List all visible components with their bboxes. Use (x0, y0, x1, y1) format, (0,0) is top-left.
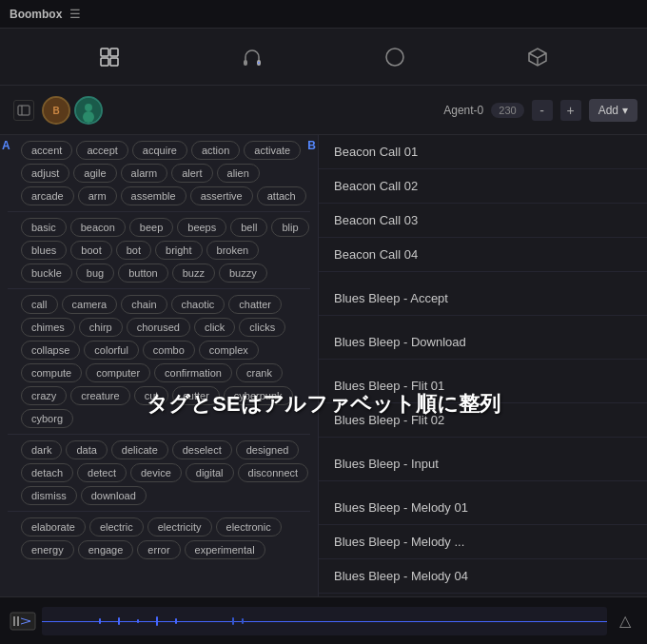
tag-bot[interactable]: bot (116, 241, 151, 260)
sound-item[interactable]: Beacon Call 01 (319, 135, 647, 169)
tag-dark[interactable]: dark (21, 440, 62, 459)
tag-alert[interactable]: alert (171, 164, 212, 183)
tag-electronic[interactable]: electronic (216, 517, 282, 537)
tag-experimental[interactable]: experimental (185, 540, 265, 559)
plus-button[interactable]: + (560, 100, 581, 121)
tag-crank[interactable]: crank (236, 363, 283, 382)
tag-chain[interactable]: chain (121, 295, 167, 314)
tag-boot[interactable]: boot (70, 241, 111, 260)
grid-nav-icon[interactable] (92, 40, 127, 74)
tag-disconnect[interactable]: disconnect (238, 463, 309, 482)
tag-bug[interactable]: bug (76, 263, 114, 283)
tag-chatter[interactable]: chatter (228, 295, 282, 314)
tag-error[interactable]: error (137, 540, 180, 559)
tag-detach[interactable]: detach (21, 463, 73, 482)
add-button[interactable]: Add ▾ (589, 99, 637, 122)
waveform-area[interactable] (42, 607, 607, 635)
tag-cyborg[interactable]: cyborg (21, 409, 73, 428)
tag-delicate[interactable]: delicate (111, 440, 168, 459)
tag-assemble[interactable]: assemble (121, 186, 186, 205)
tag-accept[interactable]: accept (76, 141, 127, 160)
tag-energy[interactable]: energy (21, 540, 74, 559)
tag-cyberpunk[interactable]: cyberpunk (224, 386, 293, 405)
tag-deselect[interactable]: deselect (172, 440, 232, 459)
tag-bell[interactable]: bell (230, 218, 267, 237)
sound-item[interactable]: Blues Bleep - Melody 01 (319, 491, 647, 525)
sound-item[interactable]: Blues Bleep - Melody 04 (319, 559, 647, 594)
tag-camera[interactable]: camera (62, 295, 118, 314)
tag-chimes[interactable]: chimes (21, 318, 75, 337)
sound-item[interactable]: Beacon Call 03 (319, 204, 647, 238)
tag-crazy[interactable]: crazy (21, 386, 67, 405)
box-nav-icon[interactable] (520, 40, 555, 74)
tag-computer[interactable]: computer (86, 363, 150, 382)
tag-call[interactable]: call (21, 295, 58, 314)
tag-buzz[interactable]: buzz (172, 263, 215, 283)
sidebar-toggle[interactable] (13, 100, 34, 121)
sound-item[interactable]: Beacon Call 04 (319, 238, 647, 272)
tag-buckle[interactable]: buckle (21, 263, 72, 283)
triangle-button[interactable]: △ (613, 609, 637, 634)
tag-colorful[interactable]: colorful (84, 341, 138, 360)
tag-detect[interactable]: detect (77, 463, 127, 482)
sound-item[interactable]: Beacon Call 02 (319, 169, 647, 204)
tag-buzzy[interactable]: buzzy (219, 263, 267, 283)
sound-item[interactable]: Blues Bleep - Input (319, 447, 647, 481)
tag-blip[interactable]: blip (271, 218, 308, 237)
tag-alien[interactable]: alien (217, 164, 260, 183)
circle-nav-icon[interactable] (378, 40, 412, 74)
tag-elaborate[interactable]: elaborate (21, 517, 86, 537)
tag-attach[interactable]: attach (257, 186, 306, 205)
tag-creature[interactable]: creature (70, 386, 129, 405)
tag-accent[interactable]: accent (21, 141, 72, 160)
tag-complex[interactable]: complex (199, 341, 259, 360)
tag-adjust[interactable]: adjust (21, 164, 69, 183)
tag-collapse[interactable]: collapse (21, 341, 80, 360)
tag-cut[interactable]: cut (134, 386, 169, 405)
tag-chirp[interactable]: chirp (79, 318, 123, 337)
minus-button[interactable]: - (532, 100, 553, 121)
avatar-2[interactable] (74, 96, 103, 125)
tag-confirmation[interactable]: confirmation (154, 363, 232, 382)
tag-activate[interactable]: activate (244, 141, 301, 160)
sound-item[interactable]: Blues Bleep - Download (319, 325, 647, 360)
sound-item[interactable]: Blues Bleep - Accept (319, 282, 647, 316)
tag-basic[interactable]: basic (21, 218, 67, 237)
headphone-nav-icon[interactable] (235, 40, 269, 74)
tag-download[interactable]: download (81, 486, 147, 505)
tag-electric[interactable]: electric (89, 517, 144, 537)
sound-item[interactable]: Blues Bleep - Melody ... (319, 525, 647, 559)
sound-item[interactable]: Blues Bleep - Flit 02 (319, 403, 647, 438)
tag-assertive[interactable]: assertive (190, 186, 253, 205)
tag-clicks[interactable]: clicks (239, 318, 285, 337)
tag-device[interactable]: device (130, 463, 182, 482)
tag-button[interactable]: button (118, 263, 168, 283)
tag-blues[interactable]: blues (21, 241, 67, 260)
tag-action[interactable]: action (191, 141, 240, 160)
tag-combo[interactable]: combo (143, 341, 195, 360)
tag-beacon[interactable]: beacon (70, 218, 126, 237)
tag-arm[interactable]: arm (78, 186, 117, 205)
tag-broken[interactable]: broken (206, 241, 260, 260)
tag-data[interactable]: data (66, 440, 107, 459)
transport-icon[interactable] (10, 612, 36, 631)
tag-chaotic[interactable]: chaotic (171, 295, 225, 314)
tag-beeps[interactable]: beeps (177, 218, 226, 237)
tag-designed[interactable]: designed (236, 440, 300, 459)
sound-item[interactable]: Blues Bleep - Flit 01 (319, 369, 647, 403)
avatar-1[interactable]: B (42, 96, 70, 125)
tag-electricity[interactable]: electricity (147, 517, 212, 537)
tag-compute[interactable]: compute (21, 363, 82, 382)
tag-beep[interactable]: beep (129, 218, 173, 237)
tag-dismiss[interactable]: dismiss (21, 486, 77, 505)
tag-click[interactable]: click (194, 318, 235, 337)
tag-cutter[interactable]: cutter (172, 386, 220, 405)
tag-acquire[interactable]: acquire (132, 141, 187, 160)
menu-icon[interactable]: ☰ (69, 7, 81, 21)
tag-engage[interactable]: engage (78, 540, 134, 559)
tag-alarm[interactable]: alarm (121, 164, 168, 183)
tag-digital[interactable]: digital (186, 463, 234, 482)
tag-bright[interactable]: bright (155, 241, 203, 260)
tag-agile[interactable]: agile (73, 164, 116, 183)
tag-chorused[interactable]: chorused (127, 318, 190, 337)
